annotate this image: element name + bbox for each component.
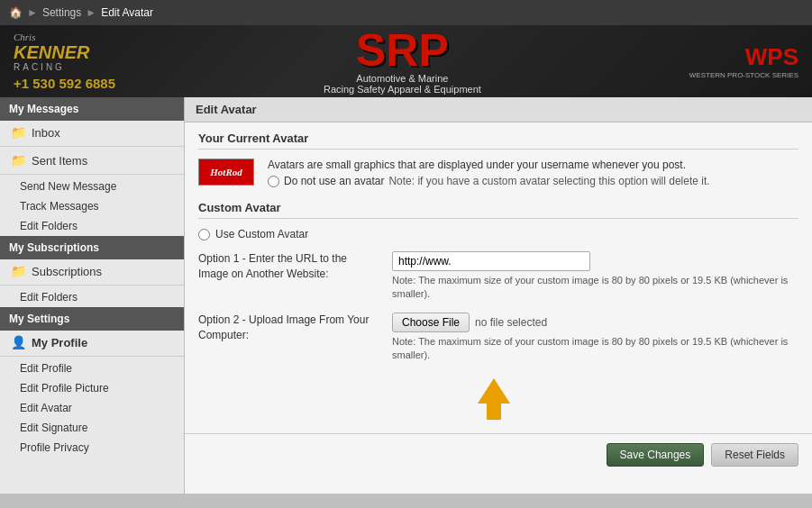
breadcrumb: 🏠 ► Settings ► Edit Avatar xyxy=(9,6,153,19)
avatar-description: Avatars are small graphics that are disp… xyxy=(268,159,798,171)
sidebar-item-track[interactable]: Track Messages xyxy=(0,196,184,216)
banner: Chris KENNER RACING +1 530 592 6885 SRP … xyxy=(0,25,812,97)
sidebar-header-settings: My Settings xyxy=(0,307,184,331)
sidebar-item-sent[interactable]: 📁 Sent Items xyxy=(0,149,184,172)
sidebar-label-subscriptions: Subscriptions xyxy=(32,265,102,278)
sidebar-item-my-profile[interactable]: 👤 My Profile xyxy=(0,331,184,354)
breadcrumb-settings[interactable]: Settings xyxy=(42,6,81,19)
sidebar-header-subscriptions: My Subscriptions xyxy=(0,236,184,259)
file-upload-row: Choose File no file selected xyxy=(392,313,798,332)
sidebar-label-sent: Sent Items xyxy=(32,154,87,168)
top-bar: 🏠 ► Settings ► Edit Avatar xyxy=(0,0,812,25)
current-avatar-area: HotRod Avatars are small graphics that a… xyxy=(198,159,798,187)
srp-line2: Racing Safety Apparel & Equipment xyxy=(324,84,481,95)
option2-row: Option 2 - Upload Image From Your Comput… xyxy=(198,313,798,363)
sidebar-item-edit-profile[interactable]: Edit Profile xyxy=(0,358,184,378)
no-avatar-label: Do not use an avatar xyxy=(284,175,384,187)
breadcrumb-sep2: ► xyxy=(86,6,96,19)
custom-avatar-title: Custom Avatar xyxy=(198,201,798,219)
sidebar-label-inbox: Inbox xyxy=(32,126,60,140)
option2-note: Note: The maximum size of your custom im… xyxy=(392,335,798,363)
choose-file-button[interactable]: Choose File xyxy=(392,313,470,332)
bottom-buttons: Save Changes Reset Fields xyxy=(185,433,812,476)
breadcrumb-current: Edit Avatar xyxy=(101,6,153,19)
url-input[interactable] xyxy=(392,251,590,271)
use-custom-row: Use Custom Avatar xyxy=(198,228,798,240)
folder-icon-sub: 📁 xyxy=(11,264,26,278)
banner-phone: +1 530 592 6885 xyxy=(14,76,115,91)
sidebar-item-profile-privacy[interactable]: Profile Privacy xyxy=(0,438,184,458)
use-custom-label: Use Custom Avatar xyxy=(215,228,308,240)
no-avatar-radio[interactable] xyxy=(268,176,279,187)
sidebar: My Messages 📁 Inbox 📁 Sent Items Send Ne… xyxy=(0,97,185,494)
arrow-triangle xyxy=(478,378,510,404)
option1-note: Note: The maximum size of your custom im… xyxy=(392,274,798,302)
folder-icon-sent: 📁 xyxy=(11,153,26,168)
sidebar-item-edit-profile-picture[interactable]: Edit Profile Picture xyxy=(0,378,184,398)
banner-name-last: KENNER xyxy=(14,42,89,62)
home-icon[interactable]: 🏠 xyxy=(9,6,23,19)
wps-logo: WPS xyxy=(689,43,798,71)
sidebar-item-edit-folders-msg[interactable]: Edit Folders xyxy=(0,216,184,236)
breadcrumb-sep1: ► xyxy=(27,6,38,19)
sidebar-item-edit-signature[interactable]: Edit Signature xyxy=(0,418,184,438)
option1-control: Note: The maximum size of your custom im… xyxy=(392,251,798,302)
use-custom-radio[interactable] xyxy=(198,229,210,240)
sidebar-item-subscriptions[interactable]: 📁 Subscriptions xyxy=(0,259,184,283)
srp-line1: Automotive & Marine xyxy=(324,73,481,84)
sidebar-label-my-profile: My Profile xyxy=(32,336,87,349)
folder-icon: 📁 xyxy=(11,125,26,140)
banner-center: SRP Automotive & Marine Racing Safety Ap… xyxy=(324,28,481,95)
main-layout: My Messages 📁 Inbox 📁 Sent Items Send Ne… xyxy=(0,97,812,494)
content-body: Your Current Avatar HotRod Avatars are s… xyxy=(185,122,812,433)
current-avatar-title: Your Current Avatar xyxy=(198,132,798,150)
file-name-text: no file selected xyxy=(475,316,547,329)
save-changes-button[interactable]: Save Changes xyxy=(607,443,705,467)
person-icon: 👤 xyxy=(11,335,26,349)
arrow-indicator xyxy=(198,374,798,424)
sidebar-item-inbox[interactable]: 📁 Inbox xyxy=(0,121,184,144)
banner-name-first: Chris xyxy=(14,32,89,42)
avatar-no-use-row: Do not use an avatar Note: if you have a… xyxy=(268,175,798,187)
option2-control: Choose File no file selected Note: The m… xyxy=(392,313,798,363)
avatar-text-area: Avatars are small graphics that are disp… xyxy=(268,159,798,187)
sidebar-item-send-new[interactable]: Send New Message xyxy=(0,177,184,196)
banner-racing: RACING xyxy=(14,62,89,72)
option1-row: Option 1 - Enter the URL to the Image on… xyxy=(198,251,798,302)
banner-left: Chris KENNER RACING +1 530 592 6885 xyxy=(14,32,115,91)
content-area: Edit Avatar Your Current Avatar HotRod A… xyxy=(185,97,812,494)
srp-logo: SRP xyxy=(324,28,481,73)
arrow-stem xyxy=(487,404,501,420)
reset-fields-button[interactable]: Reset Fields xyxy=(711,443,798,467)
option2-label: Option 2 - Upload Image From Your Comput… xyxy=(198,313,379,343)
option1-label: Option 1 - Enter the URL to the Image on… xyxy=(198,251,379,282)
arrow-up-shape xyxy=(478,378,510,420)
sidebar-header-messages: My Messages xyxy=(0,97,184,121)
avatar-note: Note: if you have a custom avatar select… xyxy=(388,175,709,187)
wps-sub: WESTERN PRO-STOCK SERIES xyxy=(689,71,798,79)
content-header: Edit Avatar xyxy=(185,97,812,122)
avatar-logo-text: HotRod xyxy=(210,167,242,177)
sidebar-item-edit-folders-sub[interactable]: Edit Folders xyxy=(0,287,184,307)
sidebar-item-edit-avatar[interactable]: Edit Avatar xyxy=(0,398,184,418)
avatar-image: HotRod xyxy=(198,159,254,186)
banner-right: WPS WESTERN PRO-STOCK SERIES xyxy=(689,43,798,79)
